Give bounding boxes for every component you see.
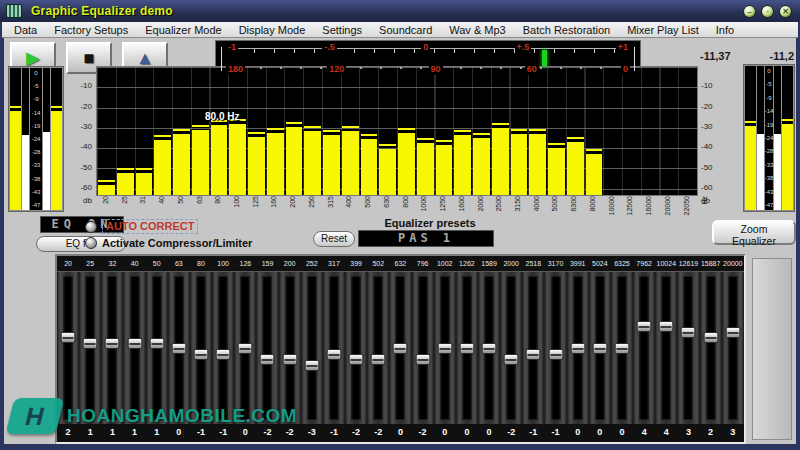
slider-handle[interactable] <box>105 338 120 349</box>
slider-handle[interactable] <box>725 327 740 338</box>
eq-slider-50[interactable] <box>146 271 168 424</box>
menu-item-wav-mp3[interactable]: Wav & Mp3 <box>449 24 505 36</box>
eq-slider-632[interactable] <box>389 271 411 424</box>
eq-slider-399[interactable] <box>345 271 367 424</box>
eq-slider-63[interactable] <box>168 271 190 424</box>
slider-handle[interactable] <box>659 321 674 332</box>
frequency-label: 1002 <box>434 260 456 267</box>
slider-track[interactable] <box>507 276 516 420</box>
reset-button[interactable]: Reset <box>313 231 355 247</box>
auto-correct-radio[interactable] <box>85 221 97 233</box>
slider-handle[interactable] <box>371 354 386 365</box>
eq-slider-100[interactable] <box>212 271 234 424</box>
slider-handle[interactable] <box>614 343 629 354</box>
slider-track[interactable] <box>728 276 737 420</box>
eq-slider-7962[interactable] <box>633 271 655 424</box>
slider-handle[interactable] <box>570 343 585 354</box>
eq-slider-10024[interactable] <box>655 271 677 424</box>
slider-handle[interactable] <box>437 343 452 354</box>
slider-handle[interactable] <box>326 349 341 360</box>
slider-handle[interactable] <box>459 343 474 354</box>
slider-handle[interactable] <box>703 332 718 343</box>
bank-sliders <box>57 271 744 424</box>
slider-handle[interactable] <box>127 338 142 349</box>
eq-slider-1262[interactable] <box>456 271 478 424</box>
eq-slider-3170[interactable] <box>544 271 566 424</box>
slider-track[interactable] <box>684 276 693 420</box>
eq-slider-3991[interactable] <box>567 271 589 424</box>
slider-handle[interactable] <box>282 354 297 365</box>
eq-slider-200[interactable] <box>279 271 301 424</box>
eq-slider-40[interactable] <box>123 271 145 424</box>
eq-slider-502[interactable] <box>367 271 389 424</box>
eq-slider-25[interactable] <box>79 271 101 424</box>
spectrum-peak-line <box>436 140 453 142</box>
slider-handle[interactable] <box>548 349 563 360</box>
eq-slider-80[interactable] <box>190 271 212 424</box>
slider-handle[interactable] <box>171 343 186 354</box>
slider-track[interactable] <box>662 276 671 420</box>
eq-slider-15887[interactable] <box>700 271 722 424</box>
eq-slider-252[interactable] <box>301 271 323 424</box>
eq-slider-2518[interactable] <box>522 271 544 424</box>
menu-item-data[interactable]: Data <box>14 24 37 36</box>
compressor-radio[interactable] <box>85 237 97 249</box>
slider-handle[interactable] <box>592 343 607 354</box>
frequency-label: 3170 <box>544 260 566 267</box>
eq-slider-20[interactable] <box>57 271 79 424</box>
slider-handle[interactable] <box>61 332 76 343</box>
slider-handle[interactable] <box>526 349 541 360</box>
slider-track[interactable] <box>263 276 272 420</box>
menu-item-mixer-play-list[interactable]: Mixer Play List <box>627 24 699 36</box>
slider-handle[interactable] <box>349 354 364 365</box>
maximize-button[interactable]: ▫ <box>761 5 774 18</box>
slider-track[interactable] <box>307 276 316 420</box>
eq-slider-5024[interactable] <box>589 271 611 424</box>
close-button[interactable]: ✕ <box>779 5 792 18</box>
frequency-label: 80 <box>190 260 212 267</box>
minimize-button[interactable]: – <box>743 5 756 18</box>
x-axis-label: 20 <box>102 196 109 204</box>
slider-handle[interactable] <box>415 354 430 365</box>
eq-slider-126[interactable] <box>234 271 256 424</box>
eq-slider-159[interactable] <box>256 271 278 424</box>
slider-handle[interactable] <box>238 343 253 354</box>
slider-handle[interactable] <box>681 327 696 338</box>
slider-track[interactable] <box>285 276 294 420</box>
menu-item-factory-setups[interactable]: Factory Setups <box>54 24 128 36</box>
scrollbar-area[interactable] <box>752 258 792 440</box>
eq-slider-20000[interactable] <box>722 271 744 424</box>
menu-item-equalizer-mode[interactable]: Equalizer Mode <box>145 24 221 36</box>
slider-handle[interactable] <box>393 343 408 354</box>
slider-track[interactable] <box>418 276 427 420</box>
menu-item-soundcard[interactable]: Soundcard <box>379 24 432 36</box>
slider-track[interactable] <box>706 276 715 420</box>
slider-handle[interactable] <box>216 349 231 360</box>
menu-item-settings[interactable]: Settings <box>322 24 362 36</box>
slider-handle[interactable] <box>149 338 164 349</box>
slider-handle[interactable] <box>637 321 652 332</box>
slider-handle[interactable] <box>260 354 275 365</box>
slider-handle[interactable] <box>482 343 497 354</box>
eq-slider-1589[interactable] <box>478 271 500 424</box>
menu-item-display-mode[interactable]: Display Mode <box>239 24 306 36</box>
eq-slider-2000[interactable] <box>500 271 522 424</box>
eq-slider-1002[interactable] <box>434 271 456 424</box>
slider-handle[interactable] <box>83 338 98 349</box>
eq-slider-317[interactable] <box>323 271 345 424</box>
slider-track[interactable] <box>640 276 649 420</box>
slider-handle[interactable] <box>304 360 319 371</box>
eq-slider-32[interactable] <box>101 271 123 424</box>
zoom-equalizer-button[interactable]: Zoom Equalizer <box>712 220 796 245</box>
eq-slider-12619[interactable] <box>677 271 699 424</box>
menu-item-batch-restoration[interactable]: Batch Restoration <box>523 24 610 36</box>
eq-slider-6325[interactable] <box>611 271 633 424</box>
menu-item-info[interactable]: Info <box>716 24 734 36</box>
slider-track[interactable] <box>64 276 73 420</box>
eq-slider-796[interactable] <box>412 271 434 424</box>
slider-handle[interactable] <box>194 349 209 360</box>
slider-handle[interactable] <box>504 354 519 365</box>
x-axis-label: 630 <box>383 196 390 208</box>
slider-track[interactable] <box>374 276 383 420</box>
slider-track[interactable] <box>352 276 361 420</box>
